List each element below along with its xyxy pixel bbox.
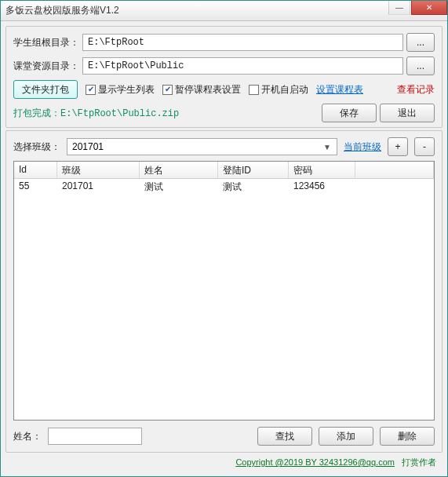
- donate-link[interactable]: 打赏作者: [402, 457, 436, 467]
- name-filter-label: 姓名：: [13, 430, 42, 443]
- checkbox-unchecked-icon: [249, 85, 259, 95]
- pack-folder-button[interactable]: 文件夹打包: [13, 80, 78, 99]
- show-student-list-checkbox[interactable]: ✔ 显示学生列表: [86, 83, 155, 96]
- titlebar: 多饭云盘校园版服务端V1.2 — ✕: [1, 1, 447, 21]
- pack-status-text: 打包完成：E:\FtpRoot\Public.zip: [13, 107, 179, 120]
- current-class-link[interactable]: 当前班级: [344, 140, 381, 154]
- cell-id: 55: [14, 179, 57, 195]
- select-class-label: 选择班级：: [13, 140, 60, 154]
- col-class[interactable]: 班级: [57, 162, 140, 178]
- name-filter-input[interactable]: [48, 428, 142, 445]
- table-header: Id 班级 姓名 登陆ID 密码: [14, 162, 434, 179]
- copyright-bar: Copyright @2019 BY 32431296@qq.com 打赏作者: [5, 455, 443, 472]
- student-table: Id 班级 姓名 登陆ID 密码 55 201701 测试 测试 123456: [13, 161, 435, 421]
- browse-resource-button[interactable]: ...: [406, 56, 435, 75]
- cell-password: 123456: [289, 179, 355, 195]
- paths-group: 学生组根目录： ... 课堂资源目录： ... 文件夹打包 ✔ 显示学生列表 ✔…: [5, 26, 443, 128]
- save-button[interactable]: 保存: [322, 104, 377, 122]
- window-controls: — ✕: [388, 1, 447, 16]
- col-id[interactable]: Id: [14, 162, 57, 178]
- col-login-id[interactable]: 登陆ID: [218, 162, 289, 178]
- table-actions: 姓名： 查找 添加 删除: [13, 427, 435, 446]
- cell-login-id: 测试: [218, 179, 289, 195]
- class-group: 选择班级： 201701 ▼ 当前班级 + - Id 班级 姓名 登陆ID 密码: [5, 130, 443, 453]
- remove-class-button[interactable]: -: [414, 137, 435, 156]
- copyright-link[interactable]: Copyright @2019 BY 32431296@qq.com: [235, 457, 395, 467]
- checkbox-checked-icon: ✔: [86, 85, 96, 95]
- delete-button[interactable]: 删除: [380, 427, 435, 446]
- pause-schedule-checkbox[interactable]: ✔ 暂停课程表设置: [162, 83, 241, 96]
- col-spacer: [355, 162, 434, 178]
- set-schedule-link[interactable]: 设置课程表: [316, 83, 363, 96]
- autostart-checkbox[interactable]: 开机自启动: [249, 83, 308, 96]
- browse-root-button[interactable]: ...: [406, 33, 435, 52]
- add-button[interactable]: 添加: [319, 427, 373, 446]
- table-body[interactable]: 55 201701 测试 测试 123456: [14, 179, 434, 420]
- resource-dir-input[interactable]: [82, 57, 403, 75]
- cell-class: 201701: [57, 179, 140, 195]
- view-log-link[interactable]: 查看记录: [397, 83, 435, 96]
- col-password[interactable]: 密码: [289, 162, 355, 178]
- class-select-value: 201701: [72, 141, 104, 152]
- col-name[interactable]: 姓名: [140, 162, 218, 178]
- table-row[interactable]: 55 201701 测试 测试 123456: [14, 179, 434, 195]
- add-class-button[interactable]: +: [388, 137, 408, 156]
- find-button[interactable]: 查找: [257, 427, 312, 446]
- app-window: 多饭云盘校园版服务端V1.2 — ✕ 学生组根目录： ... 课堂资源目录： .…: [0, 0, 448, 477]
- close-button[interactable]: ✕: [411, 1, 447, 15]
- checkbox-checked-icon: ✔: [162, 85, 173, 95]
- minimize-button[interactable]: —: [388, 1, 410, 15]
- cell-name: 测试: [140, 179, 218, 195]
- window-title: 多饭云盘校园版服务端V1.2: [5, 4, 119, 17]
- student-root-input[interactable]: [82, 34, 403, 51]
- resource-dir-label: 课堂资源目录：: [13, 60, 79, 73]
- chevron-down-icon: ▼: [321, 143, 333, 151]
- student-root-label: 学生组根目录：: [13, 36, 79, 49]
- exit-button[interactable]: 退出: [380, 104, 435, 122]
- class-select[interactable]: 201701 ▼: [67, 138, 337, 155]
